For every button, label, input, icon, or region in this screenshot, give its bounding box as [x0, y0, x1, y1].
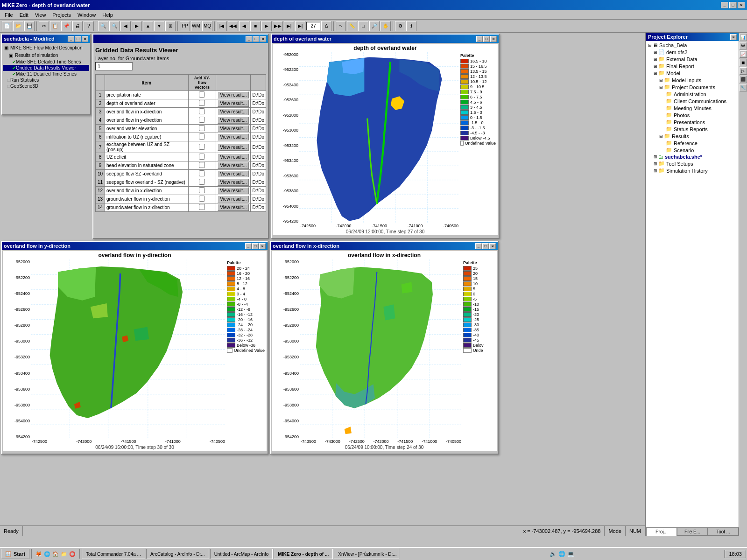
- results-maximize[interactable]: □: [75, 36, 81, 42]
- pe-tab-proj[interactable]: Proj...: [646, 528, 677, 536]
- menu-view[interactable]: View: [32, 11, 49, 19]
- rt-btn-4[interactable]: ◼: [740, 59, 747, 66]
- results-tree-item-1[interactable]: ▣ Results of simulation: [3, 51, 89, 59]
- gridded-window-title[interactable]: _ □ ×: [93, 35, 268, 43]
- firefox-icon[interactable]: 🦊: [35, 551, 42, 557]
- grid-button[interactable]: ⊞: [165, 21, 176, 31]
- pan-up[interactable]: ▲: [143, 21, 153, 31]
- view-result-button[interactable]: View result...: [218, 196, 249, 203]
- circle-icon[interactable]: ⭕: [69, 551, 76, 557]
- taskbar-item-arccatalog[interactable]: ArcCatalog - ArcInfo - D:...: [146, 549, 209, 559]
- depth-close[interactable]: ×: [490, 36, 497, 42]
- start-button[interactable]: 🪟 Start: [1, 549, 29, 559]
- results-window-title[interactable]: suchabela - Modified _ □ ×: [2, 35, 90, 43]
- xy-checkbox[interactable]: [199, 125, 205, 131]
- results-tree-item-0[interactable]: ▣ MIKE SHE Flow Model Description: [3, 44, 89, 51]
- results-tree-item-6[interactable]: □ GeoScene3D: [3, 83, 89, 89]
- pan-right[interactable]: ▶: [132, 21, 142, 31]
- xy-checkbox[interactable]: [199, 100, 205, 106]
- pe-tree-item[interactable]: 📁Scenario: [647, 147, 738, 154]
- pe-tree-item[interactable]: 📁Client Communications: [647, 98, 738, 105]
- xy-checkbox[interactable]: [199, 170, 205, 176]
- first-step[interactable]: |◀: [217, 21, 227, 31]
- pe-tab-tool[interactable]: Tool ...: [708, 528, 739, 536]
- depth-maximize[interactable]: □: [483, 36, 490, 42]
- pe-tree-item[interactable]: ⊟ 🖥Sucha_Bela: [647, 42, 738, 49]
- prev-one[interactable]: ◀: [239, 21, 249, 31]
- xy-checkbox[interactable]: [199, 204, 205, 210]
- xy-checkbox[interactable]: [199, 179, 205, 185]
- delta-button[interactable]: Δ: [321, 21, 331, 31]
- taskbar-item-arcmap[interactable]: Untitled - ArcMap - ArcInfo: [210, 549, 273, 559]
- menu-file[interactable]: File: [2, 11, 16, 19]
- minimize-button[interactable]: _: [721, 2, 728, 8]
- save-button[interactable]: 💾: [24, 21, 35, 31]
- view-result-button[interactable]: View result...: [218, 204, 249, 211]
- stop-button[interactable]: ■: [250, 21, 261, 31]
- layer-input[interactable]: 1: [95, 62, 133, 70]
- pe-tree-item[interactable]: 📁Presentations: [647, 119, 738, 126]
- depth-minimize[interactable]: _: [476, 36, 483, 42]
- rt-btn-1[interactable]: 📊: [740, 34, 747, 41]
- pe-tree-item[interactable]: 📁Photos: [647, 112, 738, 119]
- ie-icon[interactable]: 🌐: [44, 551, 50, 557]
- wm-button[interactable]: WM: [191, 21, 201, 31]
- pe-tree-item[interactable]: ⊞ 📁Project Documents: [647, 84, 738, 91]
- zoom-out[interactable]: 🔍: [109, 21, 120, 31]
- info-button[interactable]: ℹ: [406, 21, 416, 31]
- view-result-button[interactable]: View result...: [218, 154, 249, 161]
- xy-checkbox[interactable]: [199, 162, 205, 168]
- y-maximize[interactable]: □: [252, 243, 259, 249]
- results-tree-item-5[interactable]: □ Run Statistics: [3, 77, 89, 83]
- tray-icon-2[interactable]: 🌐: [558, 551, 565, 557]
- play-next[interactable]: ▶▶: [273, 21, 283, 31]
- rt-btn-6[interactable]: ⬛: [740, 76, 747, 83]
- last-step[interactable]: ▶|: [295, 21, 305, 31]
- prev-step[interactable]: ◀◀: [228, 21, 238, 31]
- xy-checkbox[interactable]: [199, 196, 205, 202]
- gridded-maximize[interactable]: □: [253, 36, 259, 42]
- pe-tree-item[interactable]: ⊞ 📄dem.dfs2: [647, 49, 738, 56]
- settings-button[interactable]: ⚙: [395, 21, 405, 31]
- zoom-window[interactable]: 🔎: [369, 21, 380, 31]
- pe-tree-item[interactable]: ⊞ 📁Final Report: [647, 63, 738, 70]
- pe-tree-item[interactable]: 📁Administration: [647, 91, 738, 98]
- print-button[interactable]: 🖨: [72, 21, 83, 31]
- xy-checkbox[interactable]: [199, 154, 205, 160]
- menu-projects[interactable]: Projects: [49, 11, 74, 19]
- x-direction-title-bar[interactable]: overland flow in x-direction _ □ ×: [271, 242, 498, 250]
- view-result-button[interactable]: View result...: [218, 133, 249, 140]
- rt-btn-2[interactable]: W: [740, 42, 747, 49]
- close-button[interactable]: ×: [738, 2, 745, 8]
- pe-tree-item[interactable]: ⊞ 📁External Data: [647, 56, 738, 63]
- results-tree-item-4[interactable]: ✔ Mike 11 Detailed Time Series: [3, 71, 89, 77]
- pe-tree-item[interactable]: ⊞ 📁Results: [647, 133, 738, 140]
- results-tree-item-2[interactable]: ✔ Mike SHE Detailed Time Series: [3, 59, 89, 65]
- next-one[interactable]: ▶|: [284, 21, 294, 31]
- pe-tree-item[interactable]: 📁Reference: [647, 140, 738, 147]
- gridded-close[interactable]: ×: [260, 36, 266, 42]
- maximize-button[interactable]: □: [729, 2, 737, 8]
- hand-tool[interactable]: ✋: [381, 21, 391, 31]
- xy-checkbox[interactable]: [199, 91, 205, 98]
- home-icon[interactable]: 🏠: [52, 551, 59, 557]
- rt-btn-3[interactable]: 📈: [740, 50, 747, 58]
- pan-left[interactable]: ◀: [120, 21, 131, 31]
- help-button[interactable]: ?: [84, 21, 94, 31]
- gridded-minimize[interactable]: _: [246, 36, 252, 42]
- xy-checkbox[interactable]: [199, 133, 205, 140]
- paste-button[interactable]: 📌: [61, 21, 71, 31]
- view-result-button[interactable]: View result...: [218, 125, 249, 132]
- pe-tree-item[interactable]: ⊞ 📁Model Inputs: [647, 77, 738, 84]
- xy-checkbox[interactable]: [199, 108, 205, 114]
- xy-checkbox[interactable]: [199, 144, 205, 150]
- view-result-button[interactable]: View result...: [218, 117, 249, 124]
- pe-tree-item[interactable]: 📁Status Reports: [647, 126, 738, 133]
- menu-help[interactable]: Help: [99, 11, 116, 19]
- taskbar-item-mike-zero[interactable]: MIKE Zero - depth of ...: [274, 549, 333, 559]
- xy-checkbox[interactable]: [199, 187, 205, 193]
- copy-button[interactable]: 📋: [50, 21, 60, 31]
- cursor-tool[interactable]: ↖: [336, 21, 346, 31]
- rt-btn-5[interactable]: ▷: [740, 67, 747, 75]
- zoom-in[interactable]: 🔍: [98, 21, 108, 31]
